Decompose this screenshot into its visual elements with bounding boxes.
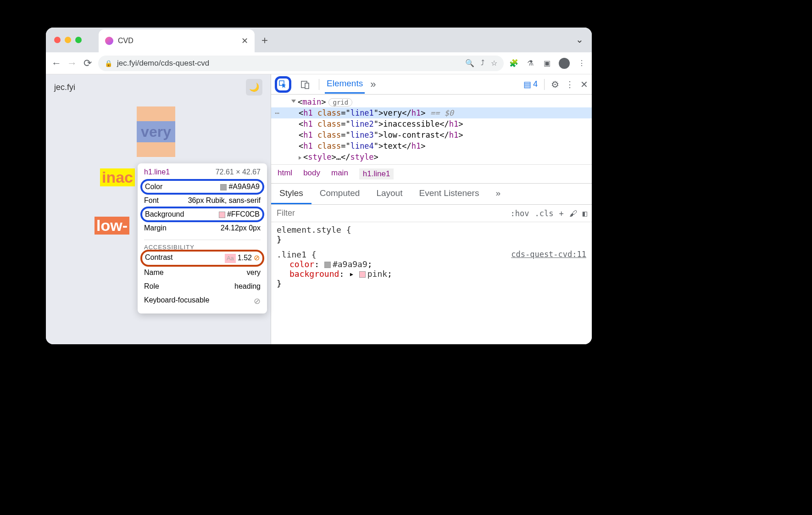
titlebar: CVD ✕ + ⌄	[46, 28, 592, 52]
more-styles-tabs[interactable]: »	[487, 184, 509, 204]
popup-font-row: Font 36px Rubik, sans-serif	[144, 194, 261, 207]
dom-tree[interactable]: <main>grid <h1 class="line1">very</h1> =…	[271, 95, 592, 164]
event-listeners-tab[interactable]: Event Listeners	[411, 184, 487, 204]
styles-filter-input[interactable]	[271, 205, 506, 222]
lock-icon: 🔒	[105, 60, 112, 67]
dom-h1-line4[interactable]: <h1 class="line4">text</h1>	[271, 140, 592, 151]
devtools-menu-icon[interactable]: ⋮	[566, 79, 574, 90]
popup-accessibility-label: ACCESSIBILITY	[144, 240, 261, 251]
page-viewport: jec.fyi 🌙 very inac low- h1.line1 72.61 …	[46, 74, 271, 344]
hov-toggle[interactable]: :hov	[511, 209, 529, 218]
devtools-toolbar: Elements » ▤4 ⚙ ⋮ ✕	[271, 74, 592, 95]
warning-icon: ⊘	[254, 254, 260, 262]
grid-badge[interactable]: grid	[328, 98, 352, 106]
dom-main-element[interactable]: <main>grid	[271, 96, 592, 107]
address-bar-row: ← → ⟳ 🔒 jec.fyi/demo/cds-quest-cvd 🔍 ⤴ ☆…	[46, 52, 592, 74]
back-button[interactable]: ←	[51, 58, 61, 68]
issues-button[interactable]: ▤4	[523, 79, 538, 90]
popup-color-row: Color #A9A9A9	[140, 179, 264, 195]
popup-selector: h1.line1	[144, 168, 170, 176]
popup-contrast-row: Contrast Aa1.52⊘	[140, 250, 264, 267]
computed-tab[interactable]: Computed	[311, 184, 368, 204]
demo-line-2[interactable]: inac	[100, 168, 135, 186]
svg-rect-1	[305, 83, 309, 89]
popup-name-row: Name very	[144, 266, 261, 280]
dom-h1-line1[interactable]: <h1 class="line1">very</h1> == $0	[271, 107, 592, 118]
tabs-menu-button[interactable]: ⌄	[576, 34, 584, 45]
chat-icon: ▤	[523, 79, 531, 90]
popup-role-row: Role heading	[144, 280, 261, 293]
close-tab-button[interactable]: ✕	[241, 37, 248, 45]
url-text: jec.fyi/demo/cds-quest-cvd	[117, 59, 209, 68]
layout-tab[interactable]: Layout	[368, 184, 411, 204]
inspect-element-button[interactable]	[275, 76, 291, 93]
traffic-lights	[54, 37, 82, 43]
profile-icon[interactable]	[559, 58, 570, 69]
browser-window: CVD ✕ + ⌄ ← → ⟳ 🔒 jec.fyi/demo/cds-quest…	[46, 28, 592, 344]
dom-style-element[interactable]: <style>…</style>	[271, 151, 592, 162]
labs-icon[interactable]: ⚗	[526, 59, 535, 68]
address-bar[interactable]: 🔒 jec.fyi/demo/cds-quest-cvd 🔍 ⤴ ☆	[98, 56, 504, 71]
ban-icon: ⊘	[254, 296, 261, 306]
zoom-icon[interactable]: 🔍	[465, 59, 474, 67]
styles-filter-row: :hov .cls + 🖌 ◧	[271, 205, 592, 222]
reload-button[interactable]: ⟳	[83, 58, 93, 68]
crumb-body[interactable]: body	[303, 168, 320, 179]
element-inspect-popup: h1.line1 72.61 × 42.67 Color #A9A9A9 Fon…	[138, 163, 267, 313]
devtools-panel: Elements » ▤4 ⚙ ⋮ ✕ <main>grid <h1 cl	[271, 74, 592, 344]
panel-icon[interactable]: ▣	[542, 59, 551, 68]
menu-icon[interactable]: ⋮	[577, 59, 586, 68]
styles-tab[interactable]: Styles	[271, 184, 311, 204]
cls-toggle[interactable]: .cls	[535, 209, 554, 218]
source-link[interactable]: cds-quest-cvd:11	[511, 250, 586, 259]
more-tabs-button[interactable]: »	[370, 78, 376, 90]
crumb-main[interactable]: main	[331, 168, 348, 179]
device-toolbar-button[interactable]	[297, 76, 313, 93]
popup-margin-row: Margin 24.12px 0px	[144, 221, 261, 235]
share-icon[interactable]: ⤴	[481, 59, 484, 67]
brush-icon[interactable]: 🖌	[569, 209, 577, 218]
tab-title: CVD	[118, 37, 236, 45]
computed-panel-toggle[interactable]: ◧	[583, 209, 587, 218]
bookmark-icon[interactable]: ☆	[491, 59, 497, 67]
extensions-icon[interactable]: 🧩	[509, 59, 518, 68]
styles-tabs-row: Styles Computed Layout Event Listeners »	[271, 183, 592, 205]
popup-background-row: Background #FFC0CB	[140, 207, 264, 222]
element-style-block[interactable]: element.style { }	[271, 222, 592, 247]
site-title: jec.fyi	[54, 83, 262, 92]
dom-h1-line2[interactable]: <h1 class="line2">inaccessible</h1>	[271, 118, 592, 129]
browser-tab[interactable]: CVD ✕	[99, 29, 255, 52]
forward-button[interactable]: →	[67, 58, 77, 68]
line1-rule-block[interactable]: cds-quest-cvd:11 .line1 { color: #a9a9a9…	[271, 247, 592, 291]
new-style-button[interactable]: +	[559, 209, 564, 218]
demo-line-3[interactable]: low-	[95, 217, 129, 235]
dark-mode-toggle[interactable]: 🌙	[246, 79, 262, 95]
dom-h1-line3[interactable]: <h1 class="line3">low-contrast</h1>	[271, 129, 592, 140]
elements-tab[interactable]: Elements	[325, 75, 365, 94]
settings-icon[interactable]: ⚙	[551, 79, 559, 90]
crumb-current[interactable]: h1.line1	[359, 168, 394, 179]
close-window-button[interactable]	[54, 37, 61, 43]
crumb-html[interactable]: html	[278, 168, 292, 179]
favicon	[105, 37, 113, 45]
demo-line-1[interactable]: very	[137, 106, 175, 157]
minimize-window-button[interactable]	[65, 37, 71, 43]
popup-keyboard-row: Keyboard-focusable ⊘	[144, 293, 261, 309]
maximize-window-button[interactable]	[75, 37, 82, 43]
new-tab-button[interactable]: +	[261, 34, 268, 47]
dom-breadcrumb[interactable]: html body main h1.line1	[271, 164, 592, 183]
devtools-close-button[interactable]: ✕	[580, 79, 588, 90]
popup-dimensions: 72.61 × 42.67	[216, 168, 261, 176]
